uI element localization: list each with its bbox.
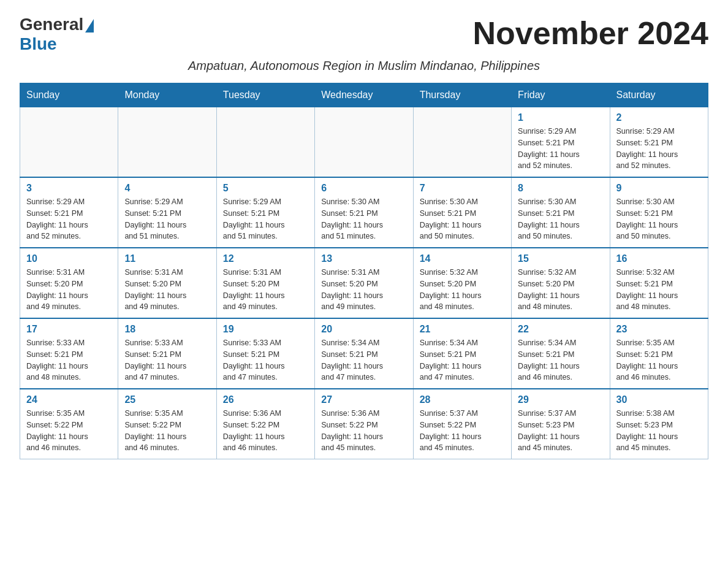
day-info: Sunrise: 5:35 AM Sunset: 5:22 PM Dayligh… xyxy=(124,408,210,454)
day-info: Sunrise: 5:30 AM Sunset: 5:21 PM Dayligh… xyxy=(616,196,702,242)
column-header-thursday: Thursday xyxy=(413,83,511,107)
day-info: Sunrise: 5:33 AM Sunset: 5:21 PM Dayligh… xyxy=(223,337,308,383)
calendar-cell: 2Sunrise: 5:29 AM Sunset: 5:21 PM Daylig… xyxy=(610,107,708,178)
logo-triangle-icon xyxy=(85,19,94,33)
day-number: 1 xyxy=(518,112,603,123)
day-number: 18 xyxy=(124,324,210,335)
day-info: Sunrise: 5:29 AM Sunset: 5:21 PM Dayligh… xyxy=(518,126,603,172)
day-number: 28 xyxy=(420,394,505,405)
day-number: 12 xyxy=(223,253,308,264)
subtitle: Ampatuan, Autonomous Region in Muslim Mi… xyxy=(20,59,708,73)
column-header-saturday: Saturday xyxy=(610,83,708,107)
day-info: Sunrise: 5:29 AM Sunset: 5:21 PM Dayligh… xyxy=(616,126,702,172)
day-info: Sunrise: 5:29 AM Sunset: 5:21 PM Dayligh… xyxy=(26,196,112,242)
day-number: 25 xyxy=(124,394,210,405)
calendar-cell: 26Sunrise: 5:36 AM Sunset: 5:22 PM Dayli… xyxy=(216,389,314,459)
calendar-cell: 16Sunrise: 5:32 AM Sunset: 5:21 PM Dayli… xyxy=(610,248,708,318)
calendar-cell: 21Sunrise: 5:34 AM Sunset: 5:21 PM Dayli… xyxy=(413,318,511,389)
day-number: 14 xyxy=(420,253,505,264)
day-number: 29 xyxy=(518,394,603,405)
calendar-cell: 4Sunrise: 5:29 AM Sunset: 5:21 PM Daylig… xyxy=(118,177,216,248)
day-info: Sunrise: 5:34 AM Sunset: 5:21 PM Dayligh… xyxy=(321,337,406,383)
calendar-week-row: 1Sunrise: 5:29 AM Sunset: 5:21 PM Daylig… xyxy=(20,107,708,178)
day-number: 10 xyxy=(26,253,112,264)
calendar-cell: 22Sunrise: 5:34 AM Sunset: 5:21 PM Dayli… xyxy=(512,318,610,389)
day-info: Sunrise: 5:34 AM Sunset: 5:21 PM Dayligh… xyxy=(420,337,505,383)
day-number: 13 xyxy=(321,253,406,264)
day-info: Sunrise: 5:32 AM Sunset: 5:20 PM Dayligh… xyxy=(518,267,603,313)
day-number: 16 xyxy=(616,253,702,264)
calendar-week-row: 3Sunrise: 5:29 AM Sunset: 5:21 PM Daylig… xyxy=(20,177,708,248)
day-info: Sunrise: 5:36 AM Sunset: 5:22 PM Dayligh… xyxy=(223,408,308,454)
calendar-cell: 6Sunrise: 5:30 AM Sunset: 5:21 PM Daylig… xyxy=(315,177,413,248)
day-number: 21 xyxy=(420,324,505,335)
column-header-wednesday: Wednesday xyxy=(315,83,413,107)
calendar-cell: 12Sunrise: 5:31 AM Sunset: 5:20 PM Dayli… xyxy=(216,248,314,318)
day-info: Sunrise: 5:38 AM Sunset: 5:23 PM Dayligh… xyxy=(616,408,702,454)
day-info: Sunrise: 5:37 AM Sunset: 5:23 PM Dayligh… xyxy=(518,408,603,454)
calendar-week-row: 17Sunrise: 5:33 AM Sunset: 5:21 PM Dayli… xyxy=(20,318,708,389)
day-info: Sunrise: 5:37 AM Sunset: 5:22 PM Dayligh… xyxy=(420,408,505,454)
column-header-sunday: Sunday xyxy=(20,83,118,107)
column-header-tuesday: Tuesday xyxy=(216,83,314,107)
day-info: Sunrise: 5:32 AM Sunset: 5:21 PM Dayligh… xyxy=(616,267,702,313)
day-number: 6 xyxy=(321,183,406,194)
day-number: 9 xyxy=(616,183,702,194)
calendar-cell: 23Sunrise: 5:35 AM Sunset: 5:21 PM Dayli… xyxy=(610,318,708,389)
calendar-cell: 30Sunrise: 5:38 AM Sunset: 5:23 PM Dayli… xyxy=(610,389,708,459)
calendar-cell xyxy=(118,107,216,178)
day-info: Sunrise: 5:29 AM Sunset: 5:21 PM Dayligh… xyxy=(124,196,210,242)
day-info: Sunrise: 5:31 AM Sunset: 5:20 PM Dayligh… xyxy=(26,267,112,313)
day-number: 15 xyxy=(518,253,603,264)
day-number: 5 xyxy=(223,183,308,194)
calendar-cell xyxy=(20,107,118,178)
calendar-cell: 20Sunrise: 5:34 AM Sunset: 5:21 PM Dayli… xyxy=(315,318,413,389)
day-info: Sunrise: 5:35 AM Sunset: 5:22 PM Dayligh… xyxy=(26,408,112,454)
logo-general-text: General xyxy=(20,15,83,34)
calendar-cell: 25Sunrise: 5:35 AM Sunset: 5:22 PM Dayli… xyxy=(118,389,216,459)
logo: General Blue xyxy=(20,15,94,54)
calendar-week-row: 24Sunrise: 5:35 AM Sunset: 5:22 PM Dayli… xyxy=(20,389,708,459)
column-header-friday: Friday xyxy=(512,83,610,107)
day-number: 30 xyxy=(616,394,702,405)
day-number: 8 xyxy=(518,183,603,194)
day-info: Sunrise: 5:35 AM Sunset: 5:21 PM Dayligh… xyxy=(616,337,702,383)
day-number: 11 xyxy=(124,253,210,264)
day-number: 23 xyxy=(616,324,702,335)
day-number: 26 xyxy=(223,394,308,405)
calendar-cell: 8Sunrise: 5:30 AM Sunset: 5:21 PM Daylig… xyxy=(512,177,610,248)
day-number: 17 xyxy=(26,324,112,335)
calendar-cell: 29Sunrise: 5:37 AM Sunset: 5:23 PM Dayli… xyxy=(512,389,610,459)
day-number: 2 xyxy=(616,112,702,123)
day-number: 19 xyxy=(223,324,308,335)
calendar-header-row: SundayMondayTuesdayWednesdayThursdayFrid… xyxy=(20,83,708,107)
calendar-cell: 15Sunrise: 5:32 AM Sunset: 5:20 PM Dayli… xyxy=(512,248,610,318)
calendar-cell xyxy=(216,107,314,178)
calendar-cell xyxy=(315,107,413,178)
calendar-cell: 28Sunrise: 5:37 AM Sunset: 5:22 PM Dayli… xyxy=(413,389,511,459)
column-header-monday: Monday xyxy=(118,83,216,107)
calendar-cell: 17Sunrise: 5:33 AM Sunset: 5:21 PM Dayli… xyxy=(20,318,118,389)
calendar-cell: 1Sunrise: 5:29 AM Sunset: 5:21 PM Daylig… xyxy=(512,107,610,178)
day-info: Sunrise: 5:32 AM Sunset: 5:20 PM Dayligh… xyxy=(420,267,505,313)
month-title: November 2024 xyxy=(473,15,708,52)
day-info: Sunrise: 5:34 AM Sunset: 5:21 PM Dayligh… xyxy=(518,337,603,383)
day-number: 20 xyxy=(321,324,406,335)
calendar-week-row: 10Sunrise: 5:31 AM Sunset: 5:20 PM Dayli… xyxy=(20,248,708,318)
calendar-cell: 3Sunrise: 5:29 AM Sunset: 5:21 PM Daylig… xyxy=(20,177,118,248)
day-info: Sunrise: 5:31 AM Sunset: 5:20 PM Dayligh… xyxy=(124,267,210,313)
day-info: Sunrise: 5:33 AM Sunset: 5:21 PM Dayligh… xyxy=(26,337,112,383)
calendar-cell: 18Sunrise: 5:33 AM Sunset: 5:21 PM Dayli… xyxy=(118,318,216,389)
calendar-cell: 10Sunrise: 5:31 AM Sunset: 5:20 PM Dayli… xyxy=(20,248,118,318)
day-number: 4 xyxy=(124,183,210,194)
day-number: 22 xyxy=(518,324,603,335)
calendar-cell: 9Sunrise: 5:30 AM Sunset: 5:21 PM Daylig… xyxy=(610,177,708,248)
day-info: Sunrise: 5:36 AM Sunset: 5:22 PM Dayligh… xyxy=(321,408,406,454)
calendar-table: SundayMondayTuesdayWednesdayThursdayFrid… xyxy=(20,83,708,459)
day-info: Sunrise: 5:31 AM Sunset: 5:20 PM Dayligh… xyxy=(321,267,406,313)
page-header: General Blue November 2024 xyxy=(20,15,708,54)
day-info: Sunrise: 5:31 AM Sunset: 5:20 PM Dayligh… xyxy=(223,267,308,313)
calendar-cell: 27Sunrise: 5:36 AM Sunset: 5:22 PM Dayli… xyxy=(315,389,413,459)
calendar-cell: 24Sunrise: 5:35 AM Sunset: 5:22 PM Dayli… xyxy=(20,389,118,459)
calendar-cell: 13Sunrise: 5:31 AM Sunset: 5:20 PM Dayli… xyxy=(315,248,413,318)
